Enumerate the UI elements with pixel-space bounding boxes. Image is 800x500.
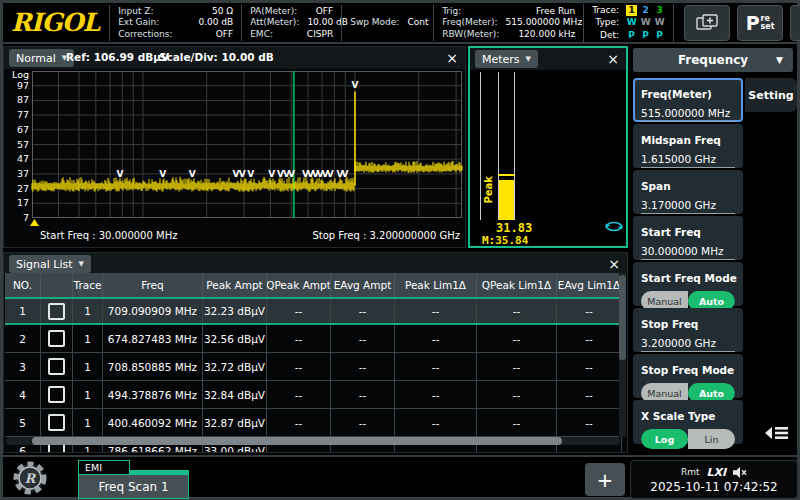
column-header[interactable]: NO. — [5, 273, 41, 297]
spectrum-panel-header: Normal ▼ Ref: 106.99 dBμV Scale/Div: 10.… — [4, 47, 465, 69]
vertical-scrollbar[interactable] — [619, 273, 626, 437]
cell-qpeak_lim: -- — [513, 333, 521, 345]
scrollbar-thumb[interactable] — [32, 437, 562, 445]
table-row[interactable]: 11709.090909 MHz32.23 dBμV---------- — [5, 297, 622, 325]
row-checkbox[interactable] — [48, 386, 65, 403]
column-header[interactable]: Freq — [103, 273, 203, 297]
cell-peak: 32.23 dBμV — [204, 305, 265, 317]
horizontal-scrollbar[interactable] — [6, 437, 620, 445]
menu-item-value[interactable]: 515.000000 MHz — [641, 107, 735, 122]
menu-item-start-freq-mode[interactable]: Start Freq ModeManualAuto — [633, 262, 743, 306]
info-value: CISPR — [307, 29, 333, 40]
signal-list-header: Signal List ▼ × — [4, 253, 627, 275]
menu-item-stop-freq-mode[interactable]: Stop Freq ModeManualAuto — [633, 354, 743, 398]
chevron-down-icon: ▼ — [776, 55, 783, 65]
column-header[interactable]: Trace — [73, 273, 103, 297]
table-row[interactable]: 41494.378876 MHz32.84 dBμV---------- — [5, 381, 622, 409]
cell-eavg_lim: -- — [585, 305, 593, 317]
column-header[interactable]: QPeak Lim1Δ — [477, 273, 557, 297]
more-menu-button[interactable] — [759, 420, 793, 446]
close-icon[interactable]: × — [607, 49, 619, 69]
y-axis-type-label: Log — [4, 69, 29, 80]
menu-item-value[interactable]: 3.200000 GHz — [641, 337, 735, 352]
cell-no: 1 — [19, 305, 26, 317]
mode-group-tab[interactable]: EMI — [78, 460, 130, 475]
svg-text:V: V — [327, 169, 334, 179]
tab-setting[interactable]: Setting — [745, 78, 797, 112]
chevron-down-icon: ▼ — [526, 55, 531, 63]
multi-window-plus-icon — [695, 13, 719, 33]
tab-freq-scan-1[interactable]: Freq Scan 1 — [78, 474, 189, 499]
info-value: 0.00 dB — [198, 17, 233, 28]
screenshot-button[interactable] — [790, 5, 800, 41]
info-label: Swp Mode: — [350, 17, 399, 28]
trace-label: Trace: — [592, 5, 619, 16]
trace-detector: P — [626, 30, 637, 41]
signal-list-title: Signal List — [16, 258, 73, 271]
cell-eavg_lim: -- — [585, 417, 593, 429]
toggle-option-lin[interactable]: Lin — [688, 429, 735, 449]
trace-mode-dropdown[interactable]: Normal ▼ — [9, 49, 74, 67]
svg-text:V: V — [117, 169, 124, 179]
multi-view-button[interactable] — [684, 5, 730, 41]
svg-text:V: V — [268, 169, 275, 179]
trace-detector: P — [640, 30, 651, 41]
menu-item-value[interactable]: 1.615000 GHz — [641, 153, 735, 168]
info-label: PA(Meter): — [250, 6, 297, 17]
cell-qpeak_lim: -- — [513, 417, 521, 429]
cell-qpeak_lim: -- — [513, 389, 521, 401]
status-indicators: Rmt LXI — [681, 466, 747, 479]
cell-peak_lim: -- — [432, 389, 440, 401]
column-header[interactable] — [41, 273, 73, 297]
close-icon[interactable]: × — [446, 48, 458, 68]
menu-item-x-scale-type[interactable]: X Scale TypeLogLin — [633, 400, 743, 444]
menu-item-midspan-freq[interactable]: Midspan Freq1.615000 GHz — [633, 124, 743, 168]
analyzer-screen: RIGOL Input Z:50 ΩExt Gain:0.00 dBCorrec… — [0, 0, 800, 500]
menu-item-value[interactable]: 30.000000 MHz — [641, 245, 735, 260]
menu-item-stop-freq[interactable]: Stop Freq3.200000 GHz — [633, 308, 743, 352]
cell-qpeak: -- — [295, 361, 303, 373]
trace-number-3[interactable]: 3 — [654, 5, 665, 16]
column-header[interactable]: QPeak Ampt — [267, 273, 331, 297]
trace-number-2[interactable]: 2 — [640, 5, 651, 16]
ref-level-label: Ref: 106.99 dBμV — [66, 51, 169, 63]
menu-item-freq-meter-[interactable]: Freq(Meter)515.000000 MHz — [633, 78, 743, 122]
trace-number-1[interactable]: 1 — [626, 5, 637, 16]
toggle-option-log[interactable]: Log — [641, 429, 688, 449]
info-label: Freq(Meter): — [442, 17, 497, 28]
system-gear-button[interactable]: R — [7, 459, 57, 497]
table-row[interactable]: 31708.850885 MHz32.72 dBμV---------- — [5, 353, 622, 381]
scrollbar-thumb[interactable] — [619, 275, 626, 360]
y-tick-label: 27 — [4, 183, 29, 194]
signal-list-dropdown[interactable]: Signal List ▼ — [9, 255, 91, 273]
svg-text:V: V — [247, 169, 254, 179]
menu-title-dropdown[interactable]: Frequency ▼ — [633, 48, 793, 72]
add-tab-button[interactable]: + — [585, 463, 625, 496]
table-row[interactable]: 51400.460092 MHz32.87 dBμV---------- — [5, 409, 622, 437]
table-row[interactable]: 21674.827483 MHz32.56 dBμV---------- — [5, 325, 622, 353]
gear-icon: R — [7, 459, 53, 497]
meters-dropdown[interactable]: Meters ▼ — [475, 50, 538, 68]
column-header[interactable]: Peak Ampt — [203, 273, 267, 297]
svg-text:V: V — [288, 169, 295, 179]
preset-button[interactable]: P re set — [737, 5, 783, 41]
row-checkbox[interactable] — [48, 358, 65, 375]
cell-no: 6 — [19, 445, 26, 454]
menu-item-start-freq[interactable]: Start Freq30.000000 MHz — [633, 216, 743, 260]
row-checkbox[interactable] — [48, 330, 65, 347]
row-checkbox[interactable] — [48, 414, 65, 431]
column-header[interactable]: EAvg Ampt — [331, 273, 395, 297]
cell-peak: 32.56 dBμV — [204, 333, 265, 345]
close-icon[interactable]: × — [608, 254, 620, 274]
menu-item-span[interactable]: Span3.170000 GHz — [633, 170, 743, 214]
meters-title: Meters — [482, 53, 520, 66]
spectrum-plot[interactable]: VVVVVVVVVVVVVVVVVVV — [32, 71, 462, 218]
toggle-switch[interactable]: LogLin — [641, 429, 735, 449]
row-checkbox[interactable] — [48, 303, 65, 320]
cell-eavg: -- — [359, 361, 367, 373]
menu-item-value[interactable]: 3.170000 GHz — [641, 199, 735, 214]
column-header[interactable]: Peak Lim1Δ — [395, 273, 477, 297]
refresh-loop-icon[interactable] — [604, 220, 624, 233]
column-header[interactable]: EAvg Lim1Δ — [557, 273, 622, 297]
type-label: Type: — [595, 17, 619, 28]
